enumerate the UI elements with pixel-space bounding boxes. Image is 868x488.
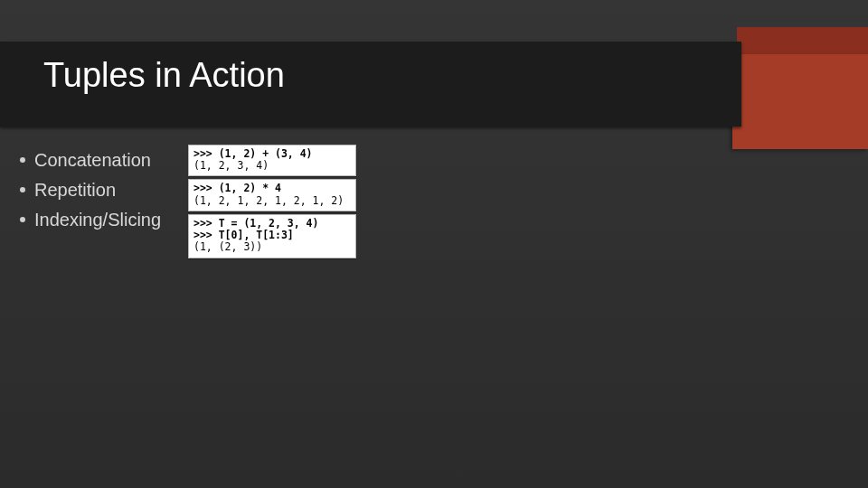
code-input: >>> (1, 2) + (3, 4) [193,147,313,160]
code-input: >>> (1, 2) * 4 [193,182,281,194]
list-item: Concatenation [20,146,161,174]
code-panels: >>> (1, 2) + (3, 4) (1, 2, 3, 4) >>> (1,… [188,145,356,258]
code-output: (1, 2, 3, 4) [193,159,269,172]
code-box-repeat: >>> (1, 2) * 4 (1, 2, 1, 2, 1, 2, 1, 2) [188,179,356,211]
bullet-icon [20,157,25,163]
list-item: Indexing/Slicing [20,206,161,234]
bullet-icon [20,187,25,192]
list-item: Repetition [20,176,161,204]
bullet-label: Concatenation [34,146,151,174]
code-input: >>> T[0], T[1:3] [193,229,294,241]
bullet-label: Repetition [34,176,116,204]
code-output: (1, (2, 3)) [193,240,262,253]
accent-bar-main [732,54,868,149]
accent-bar-top [737,27,868,54]
code-box-index: >>> T = (1, 2, 3, 4) >>> T[0], T[1:3] (1… [188,214,356,258]
code-input: >>> T = (1, 2, 3, 4) [193,217,318,230]
slide: Tuples in Action Concatenation Repetitio… [0,0,868,488]
code-output: (1, 2, 1, 2, 1, 2, 1, 2) [193,194,344,207]
code-box-concat: >>> (1, 2) + (3, 4) (1, 2, 3, 4) [188,145,356,176]
slide-title: Tuples in Action [43,56,285,95]
bullet-list: Concatenation Repetition Indexing/Slicin… [20,146,161,236]
bullet-icon [20,217,25,222]
bullet-label: Indexing/Slicing [34,206,161,234]
